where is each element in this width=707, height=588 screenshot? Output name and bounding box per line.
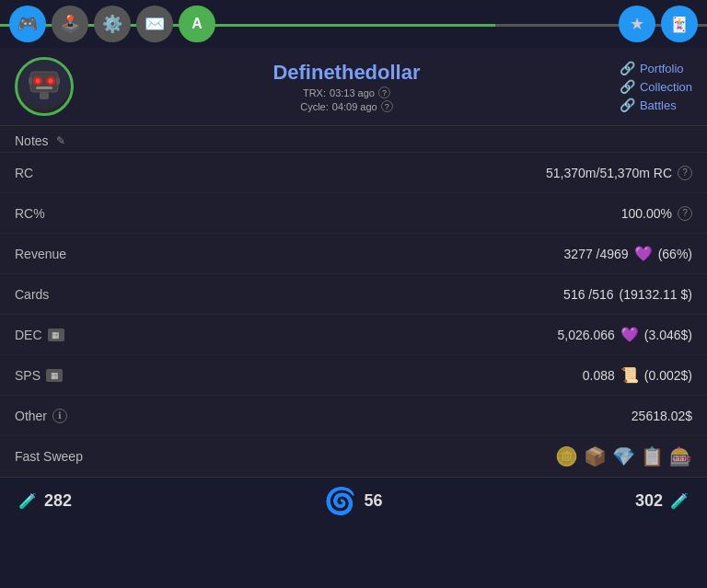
content-area: Notes ✎ RC 51,370m/51,370m RC ? RC% 100.… xyxy=(0,126,707,477)
collection-link-icon: 🔗 xyxy=(620,79,635,94)
dec-icon: 💜 xyxy=(620,326,639,343)
username: Definethedollar xyxy=(88,61,605,85)
notes-label: Notes xyxy=(15,133,49,148)
bottom-bar: 🧪 282 🌀 56 302 🧪 xyxy=(0,477,707,525)
sweep-icon-1[interactable]: 🪙 xyxy=(555,445,578,467)
nav-icon-card[interactable]: 🃏 xyxy=(661,6,698,42)
svg-rect-9 xyxy=(56,77,60,85)
avatar xyxy=(15,57,74,116)
dec-row: DEC ▦ 5,026.066 💜 (3.046$) xyxy=(0,315,707,355)
cycle-info: Cycle: 04:09 ago ? xyxy=(88,100,605,112)
svg-rect-6 xyxy=(36,86,52,89)
svg-point-5 xyxy=(49,78,53,83)
nav-icon-gamepad[interactable]: 🎮 xyxy=(9,6,46,42)
nav-icon-gear[interactable]: ⚙️ xyxy=(94,6,131,42)
sps-row: SPS ▦ 0.088 📜 (0.002$) xyxy=(0,355,707,396)
sweep-icon-4[interactable]: 📋 xyxy=(641,445,664,467)
revenue-value: 3277 /4969 💜 (66%) xyxy=(564,245,692,262)
nav-icon-star[interactable]: ★ xyxy=(619,6,655,42)
rc-row: RC 51,370m/51,370m RC ? xyxy=(0,153,707,193)
sps-cabinet-icon[interactable]: ▦ xyxy=(46,369,63,382)
svg-point-4 xyxy=(36,78,41,83)
sweep-icon-3[interactable]: 💎 xyxy=(612,445,635,467)
revenue-row: Revenue 3277 /4969 💜 (66%) xyxy=(0,234,707,274)
bottom-right-icon: 🧪 xyxy=(670,492,689,510)
battles-link[interactable]: 🔗 Battles xyxy=(620,98,677,112)
trx-info-btn[interactable]: ? xyxy=(378,86,390,98)
rc-value: 51,370m/51,370m RC ? xyxy=(546,166,692,180)
revenue-icon: 💜 xyxy=(634,245,653,262)
sps-label: SPS ▦ xyxy=(15,368,63,383)
fast-sweep-icons: 🪙 📦 💎 📋 🎰 xyxy=(555,445,692,467)
cycle-info-btn[interactable]: ? xyxy=(381,100,393,112)
bottom-center-value: 56 xyxy=(364,491,382,511)
cards-label: Cards xyxy=(15,287,49,302)
spin-icon[interactable]: 🌀 xyxy=(324,486,356,516)
dec-label: DEC ▦ xyxy=(15,328,64,342)
nav-icon-mail[interactable]: ✉️ xyxy=(136,6,173,42)
other-value: 25618.02$ xyxy=(632,409,692,423)
rc-percent-value: 100.00% ? xyxy=(621,206,692,221)
other-label: Other ℹ xyxy=(15,409,67,423)
other-info-btn[interactable]: ℹ xyxy=(52,409,67,423)
notes-edit-icon[interactable]: ✎ xyxy=(56,134,65,147)
bottom-left-value: 282 xyxy=(44,491,72,511)
profile-section: Definethedollar TRX: 03:13 ago ? Cycle: … xyxy=(0,48,707,126)
fast-sweep-row: Fast Sweep 🪙 📦 💎 📋 🎰 xyxy=(0,436,707,477)
portfolio-link[interactable]: 🔗 Portfolio xyxy=(620,61,684,75)
dec-value: 5,026.066 💜 (3.046$) xyxy=(558,326,692,343)
cards-value: 516 /516 (19132.11 $) xyxy=(563,287,692,302)
portfolio-link-icon: 🔗 xyxy=(620,61,635,75)
rc-percent-label: RC% xyxy=(15,206,45,221)
rc-percent-info-btn[interactable]: ? xyxy=(678,206,692,221)
dec-cabinet-icon[interactable]: ▦ xyxy=(48,329,64,341)
revenue-label: Revenue xyxy=(15,247,66,261)
sps-value: 0.088 📜 (0.002$) xyxy=(583,366,692,384)
rc-percent-row: RC% 100.00% ? xyxy=(0,193,707,234)
sweep-icon-5[interactable]: 🎰 xyxy=(669,445,692,467)
bottom-right-value: 302 xyxy=(635,491,663,511)
bottom-left: 🧪 282 xyxy=(18,491,72,511)
fast-sweep-label: Fast Sweep xyxy=(15,449,83,464)
top-nav: 🎮 🕹️ ⚙️ ✉️ A ★ 🃏 xyxy=(0,0,707,48)
nav-icon-controller[interactable]: 🕹️ xyxy=(52,6,88,42)
bottom-right: 302 🧪 xyxy=(635,491,689,511)
bottom-left-icon: 🧪 xyxy=(18,492,37,510)
rc-label: RC xyxy=(15,166,33,180)
sps-icon: 📜 xyxy=(620,366,639,384)
profile-center: Definethedollar TRX: 03:13 ago ? Cycle: … xyxy=(88,57,605,112)
notes-section: Notes ✎ xyxy=(0,126,707,153)
profile-links: 🔗 Portfolio 🔗 Collection 🔗 Battles xyxy=(620,57,692,112)
other-row: Other ℹ 25618.02$ xyxy=(0,396,707,436)
battles-link-icon: 🔗 xyxy=(620,98,635,112)
rc-info-btn[interactable]: ? xyxy=(678,166,692,180)
sweep-icon-2[interactable]: 📦 xyxy=(584,445,607,467)
trx-info: TRX: 03:13 ago ? xyxy=(88,86,605,98)
svg-rect-7 xyxy=(40,92,49,99)
cards-row: Cards 516 /516 (19132.11 $) xyxy=(0,274,707,315)
nav-icon-user[interactable]: A xyxy=(179,6,215,42)
collection-link[interactable]: 🔗 Collection xyxy=(620,79,692,94)
svg-rect-8 xyxy=(29,77,32,85)
bottom-center: 🌀 56 xyxy=(324,486,382,516)
